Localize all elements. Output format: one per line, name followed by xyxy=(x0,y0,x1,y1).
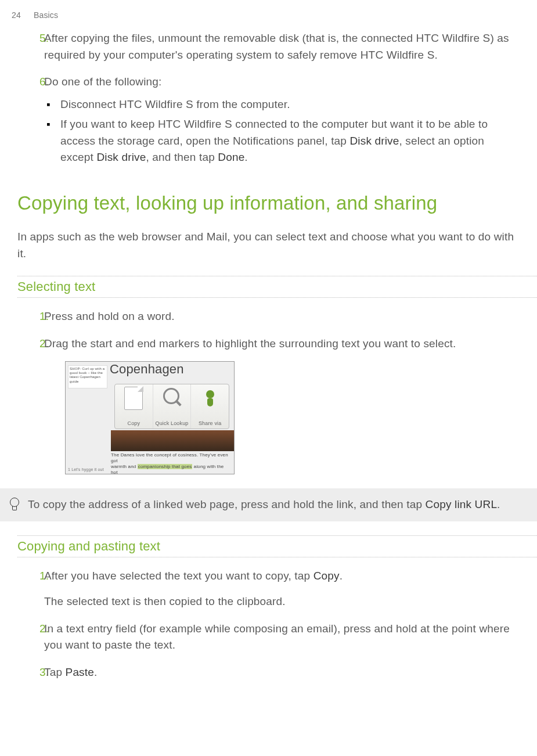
bullet-marker: ▪ xyxy=(44,96,60,113)
step-2: 2. In a text entry field (for example wh… xyxy=(17,621,520,654)
page-number: 24 xyxy=(12,10,21,20)
screenshot-figure: SHOP: Curl up with a good book – like th… xyxy=(65,361,235,474)
figure-highlight: companionship that goes xyxy=(138,464,193,469)
bullet-marker: ▪ xyxy=(44,116,60,166)
figure-footnote: 1 Let's hygge it out xyxy=(68,467,104,471)
figure-menu-share: Share via xyxy=(191,384,229,429)
intro-paragraph: In apps such as the web browser and Mail… xyxy=(17,229,520,262)
step-number: 1. xyxy=(17,308,39,325)
step-2: 2. Drag the start and end markers to hig… xyxy=(17,336,520,352)
figure-menu-label: Copy xyxy=(128,420,140,426)
bullet-list: ▪ Disconnect HTC Wildfire S from the com… xyxy=(44,96,520,166)
step-body: After you have selected the text you wan… xyxy=(39,568,520,610)
tip-text: To copy the address of a linked web page… xyxy=(22,496,520,513)
tip-box: To copy the address of a linked web page… xyxy=(0,488,537,521)
figure-sidebar: SHOP: Curl up with a good book – like th… xyxy=(68,365,107,388)
step-body: After copying the files, unmount the rem… xyxy=(39,30,520,63)
step-number: 6. xyxy=(17,74,39,166)
step-text: Do one of the following: xyxy=(44,75,161,88)
step-3: 3. Tap Paste. xyxy=(17,664,520,681)
bullet-text: If you want to keep HTC Wildfire S conne… xyxy=(60,116,520,166)
step-number: 2. xyxy=(17,621,39,654)
figure-menu-label: Share via xyxy=(199,420,221,426)
bullet-item: ▪ Disconnect HTC Wildfire S from the com… xyxy=(44,96,520,113)
step-number: 5. xyxy=(17,30,39,63)
step-body: In a text entry field (for example while… xyxy=(39,621,520,654)
page-header: 24 Basics xyxy=(0,0,537,20)
section-title: Basics xyxy=(34,10,58,20)
step-note: The selected text is then copied to the … xyxy=(44,593,520,610)
share-icon xyxy=(200,387,220,409)
step-number: 3. xyxy=(17,664,39,681)
figure-body-text: The Danes love the concept of cosiness. … xyxy=(111,452,232,474)
figure-image-strip xyxy=(111,430,234,451)
bullet-item: ▪ If you want to keep HTC Wildfire S con… xyxy=(44,116,520,166)
selecting-steps-list: 1. Press and hold on a word. 2. Drag the… xyxy=(17,308,520,352)
figure-menu-label: Quick Lookup xyxy=(156,420,189,426)
figure-title: Copenhagen xyxy=(110,362,184,377)
step-6: 6. Do one of the following: ▪ Disconnect… xyxy=(17,74,520,166)
bulb-icon xyxy=(6,496,22,513)
copy-icon xyxy=(124,387,143,410)
copying-steps-list: 1. After you have selected the text you … xyxy=(17,568,520,681)
step-number: 2. xyxy=(17,336,39,352)
page-title: Copying text, looking up information, an… xyxy=(17,190,520,217)
step-body: Tap Paste. xyxy=(39,664,520,681)
figure-context-menu: Copy Quick Lookup Share via xyxy=(114,384,229,429)
step-1: 1. After you have selected the text you … xyxy=(17,568,520,610)
bullet-text: Disconnect HTC Wildfire S from the compu… xyxy=(60,96,520,113)
figure-menu-lookup: Quick Lookup xyxy=(153,384,192,429)
search-icon xyxy=(161,387,183,409)
step-body: Do one of the following: ▪ Disconnect HT… xyxy=(39,74,520,166)
figure-menu-copy: Copy xyxy=(115,384,153,429)
step-body: Drag the start and end markers to highli… xyxy=(39,336,520,352)
section-heading-copying: Copying and pasting text xyxy=(17,539,520,557)
step-body: Press and hold on a word. xyxy=(39,308,520,325)
section-heading-selecting: Selecting text xyxy=(17,279,520,298)
step-5: 5. After copying the files, unmount the … xyxy=(17,30,520,63)
continued-steps-list: 5. After copying the files, unmount the … xyxy=(17,30,520,166)
step-number: 1. xyxy=(17,568,39,610)
step-1: 1. Press and hold on a word. xyxy=(17,308,520,325)
